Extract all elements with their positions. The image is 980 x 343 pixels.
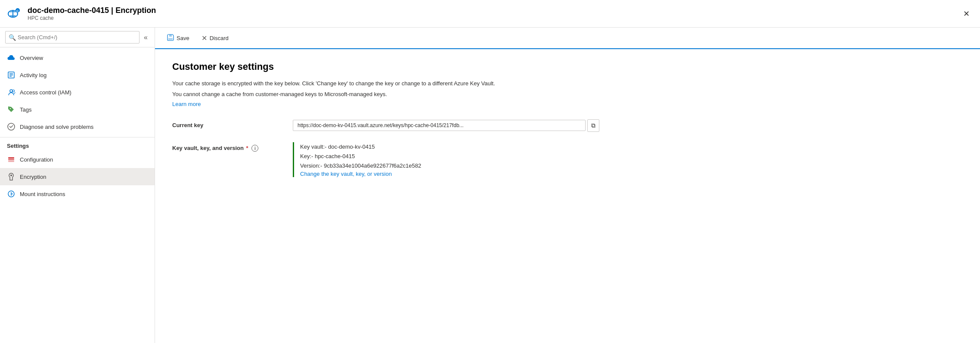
save-button[interactable]: Save <box>162 31 195 45</box>
sidebar-item-activity-log-label: Activity log <box>20 72 47 78</box>
discard-icon: ✕ <box>202 34 207 42</box>
resource-subtitle: HPC cache <box>28 15 156 21</box>
main-layout: 🔍 « Overview Activity log <box>0 28 980 343</box>
configuration-icon <box>7 155 16 164</box>
svg-point-14 <box>10 175 12 176</box>
sidebar-item-iam-label: Access control (IAM) <box>20 89 71 96</box>
sidebar-item-encryption-label: Encryption <box>20 174 46 180</box>
mount-icon <box>7 190 16 198</box>
sidebar-item-tags[interactable]: Tags <box>0 101 155 118</box>
page-content: Customer key settings Your cache storage… <box>155 49 980 343</box>
current-key-input[interactable] <box>293 120 586 131</box>
copy-key-button[interactable]: ⧉ <box>587 119 599 132</box>
key-name: Key:- hpc-cache-0415 <box>300 152 963 161</box>
resource-icon: C <box>7 6 22 22</box>
version-name: Version:- 9cb33a34e1004a6e922677f6a2c1e5… <box>300 161 963 171</box>
page-heading: doc-demo-cache-0415 | Encryption <box>28 6 156 15</box>
key-vault-details: Key vault:- doc-demo-kv-0415 Key:- hpc-c… <box>293 142 963 177</box>
current-key-row: Current key ⧉ <box>172 119 963 132</box>
key-vault-row: Key vault, key, and version * i Key vaul… <box>172 142 963 177</box>
sidebar-item-mount-label: Mount instructions <box>20 191 65 197</box>
copy-icon: ⧉ <box>591 122 595 129</box>
required-indicator: * <box>246 145 248 151</box>
current-key-label: Current key <box>172 119 293 128</box>
cloud-icon <box>7 53 16 62</box>
sidebar-item-diagnose-label: Diagnose and solve problems <box>20 124 93 130</box>
sidebar-nav: Overview Activity log Access control (IA… <box>0 47 155 343</box>
save-label: Save <box>177 35 189 41</box>
svg-rect-12 <box>8 159 14 160</box>
activity-log-icon <box>7 71 16 79</box>
close-button[interactable]: ✕ <box>960 7 973 20</box>
search-input[interactable] <box>5 31 140 44</box>
tags-icon <box>7 105 16 114</box>
diagnose-icon <box>7 122 16 131</box>
sidebar-item-diagnose[interactable]: Diagnose and solve problems <box>0 118 155 135</box>
search-box: 🔍 « <box>0 28 155 47</box>
svg-rect-18 <box>169 34 172 37</box>
encryption-icon <box>7 172 16 181</box>
settings-section-header: Settings <box>0 137 155 151</box>
description-line1: Your cache storage is encrypted with the… <box>172 79 586 88</box>
discard-label: Discard <box>210 35 229 41</box>
sidebar: 🔍 « Overview Activity log <box>0 28 155 343</box>
content-area: Save ✕ Discard Customer key settings You… <box>155 28 980 343</box>
page-title: Customer key settings <box>172 61 963 72</box>
svg-rect-19 <box>168 38 173 40</box>
discard-button[interactable]: ✕ Discard <box>196 31 234 45</box>
svg-rect-11 <box>8 157 14 159</box>
learn-more-link[interactable]: Learn more <box>172 101 201 107</box>
sidebar-item-configuration[interactable]: Configuration <box>0 151 155 168</box>
sidebar-item-activity-log[interactable]: Activity log <box>0 66 155 84</box>
svg-rect-13 <box>8 161 14 162</box>
vault-name: Key vault:- doc-demo-kv-0415 <box>300 142 963 152</box>
key-vault-label: Key vault, key, and version * i <box>172 142 293 152</box>
sidebar-item-configuration-label: Configuration <box>20 156 53 163</box>
save-icon <box>167 34 174 42</box>
sidebar-item-overview[interactable]: Overview <box>0 49 155 66</box>
key-vault-info: Key vault:- doc-demo-kv-0415 Key:- hpc-c… <box>293 142 963 177</box>
sidebar-item-overview-label: Overview <box>20 55 43 61</box>
access-control-icon <box>7 88 16 97</box>
key-input-wrap: ⧉ <box>293 119 963 132</box>
svg-text:C: C <box>16 9 19 13</box>
title-text: doc-demo-cache-0415 | Encryption HPC cac… <box>28 6 156 21</box>
collapse-sidebar-button[interactable]: « <box>142 32 149 43</box>
toolbar: Save ✕ Discard <box>155 28 980 49</box>
current-key-value: ⧉ <box>293 119 963 132</box>
title-bar: C doc-demo-cache-0415 | Encryption HPC c… <box>0 0 980 28</box>
change-key-link[interactable]: Change the key vault, key, or version <box>300 171 392 177</box>
sidebar-item-mount-instructions[interactable]: Mount instructions <box>0 185 155 203</box>
info-icon[interactable]: i <box>251 145 258 152</box>
sidebar-item-encryption[interactable]: Encryption <box>0 168 155 185</box>
sidebar-item-access-control[interactable]: Access control (IAM) <box>0 84 155 101</box>
description-line2: You cannot change a cache from customer-… <box>172 90 586 99</box>
title-bar-left: C doc-demo-cache-0415 | Encryption HPC c… <box>7 6 156 22</box>
sidebar-item-tags-label: Tags <box>20 106 31 113</box>
search-icon: 🔍 <box>9 34 16 41</box>
